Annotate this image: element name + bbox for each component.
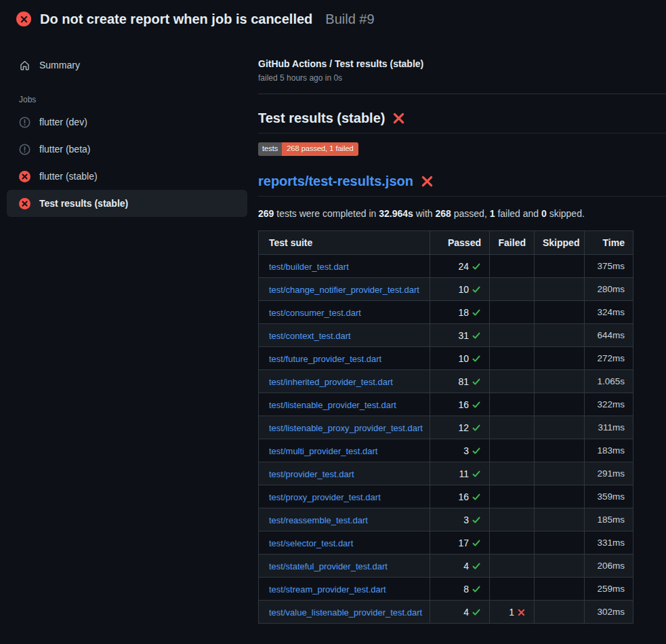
test-suite-link[interactable]: test/stateful_provider_test.dart <box>269 561 388 571</box>
suite-cell: test/proxy_provider_test.dart <box>259 485 430 508</box>
failed-cell <box>490 347 535 370</box>
skipped-cell <box>535 416 585 439</box>
skipped-cell <box>535 578 585 601</box>
time-cell: 644ms <box>585 324 633 347</box>
test-suite-link[interactable]: test/stream_provider_test.dart <box>269 584 386 595</box>
test-suite-link[interactable]: test/selector_test.dart <box>269 538 353 548</box>
time-cell: 302ms <box>585 601 633 624</box>
check-icon <box>472 469 481 479</box>
test-suite-link[interactable]: test/listenable_proxy_provider_test.dart <box>269 423 423 433</box>
table-row: test/stream_provider_test.dart 8 259ms <box>259 578 633 601</box>
suite-cell: test/consumer_test.dart <box>259 301 430 324</box>
sidebar-job-label: Test results (stable) <box>39 198 128 209</box>
passed-count: 11 <box>459 468 469 479</box>
sidebar-job-item[interactable]: Test results (stable) <box>7 190 247 217</box>
table-row: test/listenable_proxy_provider_test.dart… <box>259 416 633 439</box>
section-title: Test results (stable) <box>258 110 385 126</box>
neutral-status-icon <box>19 144 30 155</box>
skipped-cell <box>535 278 585 301</box>
test-suite-link[interactable]: test/consumer_test.dart <box>269 308 361 318</box>
passed-cell: 18 <box>430 301 490 324</box>
passed-cell: 11 <box>430 462 490 485</box>
passed-cell: 31 <box>430 324 490 347</box>
test-suite-link[interactable]: test/context_test.dart <box>269 331 351 341</box>
passed-count: 4 <box>463 561 469 571</box>
skipped-cell <box>535 508 585 531</box>
check-icon <box>472 400 481 409</box>
test-suite-link[interactable]: test/builder_test.dart <box>269 262 349 272</box>
suite-cell: test/value_listenable_provider_test.dart <box>259 601 430 624</box>
skipped-cell <box>535 347 585 370</box>
sidebar-job-item[interactable]: flutter (dev) <box>7 108 247 136</box>
failed-cell <box>490 485 535 508</box>
sidebar-item-summary[interactable]: Summary <box>7 53 247 77</box>
passed-cell: 4 <box>430 601 490 624</box>
test-results-table: Test suite Passed Failed Skipped Time te… <box>258 230 633 624</box>
jobs-section-label: Jobs <box>19 95 247 104</box>
suite-cell: test/future_provider_test.dart <box>259 347 430 370</box>
check-icon <box>472 308 481 317</box>
sidebar-job-item[interactable]: flutter (beta) <box>7 136 247 163</box>
test-suite-link[interactable]: test/listenable_provider_test.dart <box>269 400 396 410</box>
sidebar-job-item[interactable]: flutter (stable) <box>7 163 247 190</box>
check-icon <box>472 446 481 456</box>
table-row: test/inherited_provider_test.dart 81 1.0… <box>259 370 633 393</box>
time-cell: 1.065s <box>585 370 633 393</box>
test-suite-link[interactable]: test/proxy_provider_test.dart <box>269 492 381 502</box>
table-row: test/provider_test.dart 11 291ms <box>259 462 633 485</box>
test-suite-link[interactable]: test/future_provider_test.dart <box>269 354 381 364</box>
test-suite-link[interactable]: test/provider_test.dart <box>269 469 354 479</box>
section-heading: Test results (stable) <box>258 110 666 134</box>
skipped-cell <box>535 485 585 508</box>
passed-count: 18 <box>458 307 469 318</box>
failed-count: 1 <box>490 208 495 219</box>
check-icon <box>472 377 481 386</box>
failed-cell <box>490 255 535 278</box>
test-suite-link[interactable]: test/inherited_provider_test.dart <box>269 377 393 387</box>
table-row: test/proxy_provider_test.dart 16 359ms <box>259 485 633 508</box>
passed-cell: 8 <box>430 578 490 601</box>
test-suite-link[interactable]: test/multi_provider_test.dart <box>269 446 377 456</box>
summary-seg: with <box>413 208 436 219</box>
passed-cell: 10 <box>430 278 490 301</box>
summary-text: 269 tests were completed in 32.964s with… <box>258 208 666 219</box>
duration: 32.964s <box>379 208 413 219</box>
time-cell: 359ms <box>585 485 633 508</box>
summary-seg: passed, <box>451 208 490 219</box>
failed-x-icon <box>392 112 405 125</box>
test-suite-link[interactable]: test/value_listenable_provider_test.dart <box>269 607 422 618</box>
check-icon <box>472 584 481 594</box>
suite-cell: test/provider_test.dart <box>259 462 430 485</box>
skipped-cell <box>535 439 585 462</box>
failed-cell <box>490 531 535 555</box>
passed-count: 16 <box>458 491 469 502</box>
suite-cell: test/listenable_proxy_provider_test.dart <box>259 416 430 439</box>
tests-badge: tests 268 passed, 1 failed <box>258 142 358 156</box>
passed-cell: 24 <box>430 255 490 278</box>
sidebar-job-label: flutter (stable) <box>39 171 98 182</box>
suite-cell: test/selector_test.dart <box>259 531 430 555</box>
suite-cell: test/change_notifier_provider_test.dart <box>259 278 430 301</box>
check-icon <box>472 515 481 525</box>
time-cell: 272ms <box>585 347 633 370</box>
home-icon <box>19 60 30 71</box>
col-header-skipped: Skipped <box>535 231 585 255</box>
passed-cell: 12 <box>430 416 490 439</box>
passed-count: 4 <box>463 607 469 618</box>
report-file-link[interactable]: reports/test-results.json <box>258 174 413 189</box>
sidebar-summary-label: Summary <box>39 60 80 71</box>
table-body: test/builder_test.dart 24 375ms test/cha… <box>259 255 633 624</box>
time-cell: 322ms <box>585 393 633 416</box>
x-icon <box>517 608 526 617</box>
failed-cell <box>490 555 535 578</box>
check-icon <box>472 538 481 548</box>
skipped-cell <box>535 301 585 324</box>
skipped-cell <box>535 531 585 555</box>
time-cell: 375ms <box>585 255 633 278</box>
test-suite-link[interactable]: test/change_notifier_provider_test.dart <box>269 285 419 295</box>
sidebar-job-label: flutter (beta) <box>39 144 90 155</box>
failed-x-icon <box>421 175 434 188</box>
table-row: test/value_listenable_provider_test.dart… <box>259 601 633 624</box>
passed-count: 10 <box>458 284 469 295</box>
test-suite-link[interactable]: test/reassemble_test.dart <box>269 515 368 525</box>
